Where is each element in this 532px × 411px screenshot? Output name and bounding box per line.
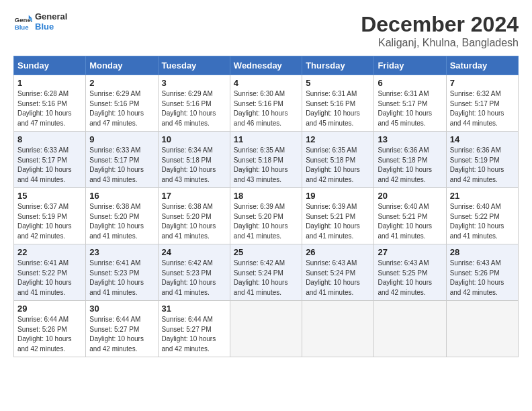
calendar-day-cell: 17Sunrise: 6:38 AM Sunset: 5:20 PM Dayli… bbox=[158, 188, 230, 244]
day-detail: Sunrise: 6:33 AM Sunset: 5:17 PM Dayligh… bbox=[89, 146, 154, 185]
title-block: December 2024 Kaliganj, Khulna, Banglade… bbox=[361, 12, 519, 49]
day-number: 3 bbox=[162, 78, 226, 88]
day-number: 12 bbox=[306, 134, 370, 144]
calendar-day-cell: 11Sunrise: 6:35 AM Sunset: 5:18 PM Dayli… bbox=[230, 132, 302, 188]
day-number: 26 bbox=[306, 247, 370, 257]
calendar-day-cell: 24Sunrise: 6:42 AM Sunset: 5:23 PM Dayli… bbox=[158, 244, 230, 301]
day-detail: Sunrise: 6:42 AM Sunset: 5:24 PM Dayligh… bbox=[234, 259, 298, 298]
day-detail: Sunrise: 6:33 AM Sunset: 5:17 PM Dayligh… bbox=[17, 146, 82, 185]
main-title: December 2024 bbox=[361, 12, 519, 37]
day-detail: Sunrise: 6:36 AM Sunset: 5:19 PM Dayligh… bbox=[450, 146, 515, 185]
calendar-header-cell: Thursday bbox=[302, 56, 374, 75]
day-number: 10 bbox=[162, 134, 226, 144]
calendar-header-cell: Wednesday bbox=[230, 56, 302, 75]
svg-text:Blue: Blue bbox=[15, 23, 29, 30]
calendar-day-cell: 15Sunrise: 6:37 AM Sunset: 5:19 PM Dayli… bbox=[14, 188, 86, 244]
day-detail: Sunrise: 6:43 AM Sunset: 5:25 PM Dayligh… bbox=[378, 259, 442, 298]
day-detail: Sunrise: 6:41 AM Sunset: 5:23 PM Dayligh… bbox=[89, 259, 154, 298]
logo-line2: Blue bbox=[35, 22, 67, 32]
day-number: 24 bbox=[162, 247, 226, 257]
day-detail: Sunrise: 6:31 AM Sunset: 5:17 PM Dayligh… bbox=[378, 89, 442, 128]
day-detail: Sunrise: 6:43 AM Sunset: 5:24 PM Dayligh… bbox=[306, 259, 370, 298]
calendar-day-cell: 3Sunrise: 6:29 AM Sunset: 5:16 PM Daylig… bbox=[158, 75, 230, 132]
day-number: 20 bbox=[378, 191, 442, 201]
day-number: 2 bbox=[89, 78, 154, 88]
logo: General Blue General Blue bbox=[13, 12, 67, 32]
day-number: 14 bbox=[450, 134, 515, 144]
calendar-day-cell: 10Sunrise: 6:34 AM Sunset: 5:18 PM Dayli… bbox=[158, 132, 230, 188]
day-detail: Sunrise: 6:28 AM Sunset: 5:16 PM Dayligh… bbox=[17, 89, 82, 128]
calendar-day-cell: 25Sunrise: 6:42 AM Sunset: 5:24 PM Dayli… bbox=[230, 244, 302, 301]
calendar-day-cell: 30Sunrise: 6:44 AM Sunset: 5:27 PM Dayli… bbox=[86, 301, 158, 357]
day-number: 30 bbox=[89, 304, 154, 314]
day-number: 21 bbox=[450, 191, 515, 201]
calendar-day-cell: 14Sunrise: 6:36 AM Sunset: 5:19 PM Dayli… bbox=[446, 132, 518, 188]
calendar-day-cell: 20Sunrise: 6:40 AM Sunset: 5:21 PM Dayli… bbox=[374, 188, 446, 244]
calendar-day-cell: 12Sunrise: 6:35 AM Sunset: 5:18 PM Dayli… bbox=[302, 132, 374, 188]
day-number: 13 bbox=[378, 134, 442, 144]
day-number: 31 bbox=[162, 304, 226, 314]
calendar-day-cell: 31Sunrise: 6:44 AM Sunset: 5:27 PM Dayli… bbox=[158, 301, 230, 357]
calendar-day-cell bbox=[302, 301, 374, 357]
logo-line1: General bbox=[35, 12, 67, 22]
day-detail: Sunrise: 6:44 AM Sunset: 5:26 PM Dayligh… bbox=[17, 315, 82, 354]
day-detail: Sunrise: 6:29 AM Sunset: 5:16 PM Dayligh… bbox=[162, 89, 226, 128]
day-number: 18 bbox=[234, 191, 298, 201]
day-detail: Sunrise: 6:35 AM Sunset: 5:18 PM Dayligh… bbox=[306, 146, 370, 185]
day-detail: Sunrise: 6:42 AM Sunset: 5:23 PM Dayligh… bbox=[162, 259, 226, 298]
day-detail: Sunrise: 6:41 AM Sunset: 5:22 PM Dayligh… bbox=[17, 259, 82, 298]
day-detail: Sunrise: 6:44 AM Sunset: 5:27 PM Dayligh… bbox=[89, 315, 154, 354]
calendar-day-cell: 26Sunrise: 6:43 AM Sunset: 5:24 PM Dayli… bbox=[302, 244, 374, 301]
day-number: 7 bbox=[450, 78, 515, 88]
day-number: 27 bbox=[378, 247, 442, 257]
day-detail: Sunrise: 6:35 AM Sunset: 5:18 PM Dayligh… bbox=[234, 146, 298, 185]
day-detail: Sunrise: 6:37 AM Sunset: 5:19 PM Dayligh… bbox=[17, 202, 82, 241]
day-detail: Sunrise: 6:39 AM Sunset: 5:21 PM Dayligh… bbox=[306, 202, 370, 241]
calendar-day-cell: 1Sunrise: 6:28 AM Sunset: 5:16 PM Daylig… bbox=[14, 75, 86, 132]
day-detail: Sunrise: 6:32 AM Sunset: 5:17 PM Dayligh… bbox=[450, 89, 515, 128]
day-number: 28 bbox=[450, 247, 515, 257]
day-number: 8 bbox=[17, 134, 82, 144]
calendar-header-cell: Saturday bbox=[446, 56, 518, 75]
calendar-table: SundayMondayTuesdayWednesdayThursdayFrid… bbox=[13, 56, 519, 357]
calendar-day-cell: 21Sunrise: 6:40 AM Sunset: 5:22 PM Dayli… bbox=[446, 188, 518, 244]
calendar-day-cell: 7Sunrise: 6:32 AM Sunset: 5:17 PM Daylig… bbox=[446, 75, 518, 132]
calendar-day-cell bbox=[230, 301, 302, 357]
calendar-header-row: SundayMondayTuesdayWednesdayThursdayFrid… bbox=[14, 56, 519, 75]
day-detail: Sunrise: 6:30 AM Sunset: 5:16 PM Dayligh… bbox=[234, 89, 298, 128]
calendar-header-cell: Monday bbox=[86, 56, 158, 75]
calendar-day-cell: 27Sunrise: 6:43 AM Sunset: 5:25 PM Dayli… bbox=[374, 244, 446, 301]
day-detail: Sunrise: 6:44 AM Sunset: 5:27 PM Dayligh… bbox=[162, 315, 226, 354]
day-detail: Sunrise: 6:29 AM Sunset: 5:16 PM Dayligh… bbox=[89, 89, 154, 128]
day-detail: Sunrise: 6:38 AM Sunset: 5:20 PM Dayligh… bbox=[162, 202, 226, 241]
day-number: 17 bbox=[162, 191, 226, 201]
calendar-day-cell: 22Sunrise: 6:41 AM Sunset: 5:22 PM Dayli… bbox=[14, 244, 86, 301]
day-number: 9 bbox=[89, 134, 154, 144]
day-number: 22 bbox=[17, 247, 82, 257]
calendar-day-cell: 4Sunrise: 6:30 AM Sunset: 5:16 PM Daylig… bbox=[230, 75, 302, 132]
day-number: 29 bbox=[17, 304, 82, 314]
calendar-day-cell: 2Sunrise: 6:29 AM Sunset: 5:16 PM Daylig… bbox=[86, 75, 158, 132]
subtitle: Kaliganj, Khulna, Bangladesh bbox=[361, 37, 519, 49]
day-number: 5 bbox=[306, 78, 370, 88]
day-detail: Sunrise: 6:40 AM Sunset: 5:22 PM Dayligh… bbox=[450, 202, 515, 241]
calendar-day-cell: 8Sunrise: 6:33 AM Sunset: 5:17 PM Daylig… bbox=[14, 132, 86, 188]
day-number: 25 bbox=[234, 247, 298, 257]
calendar-week-row: 8Sunrise: 6:33 AM Sunset: 5:17 PM Daylig… bbox=[14, 132, 519, 188]
day-number: 4 bbox=[234, 78, 298, 88]
calendar-day-cell bbox=[446, 301, 518, 357]
day-detail: Sunrise: 6:40 AM Sunset: 5:21 PM Dayligh… bbox=[378, 202, 442, 241]
calendar-day-cell: 18Sunrise: 6:39 AM Sunset: 5:20 PM Dayli… bbox=[230, 188, 302, 244]
day-number: 1 bbox=[17, 78, 82, 88]
calendar-header-cell: Friday bbox=[374, 56, 446, 75]
calendar-day-cell: 19Sunrise: 6:39 AM Sunset: 5:21 PM Dayli… bbox=[302, 188, 374, 244]
day-detail: Sunrise: 6:38 AM Sunset: 5:20 PM Dayligh… bbox=[89, 202, 154, 241]
calendar-week-row: 22Sunrise: 6:41 AM Sunset: 5:22 PM Dayli… bbox=[14, 244, 519, 301]
day-detail: Sunrise: 6:31 AM Sunset: 5:16 PM Dayligh… bbox=[306, 89, 370, 128]
calendar-day-cell: 9Sunrise: 6:33 AM Sunset: 5:17 PM Daylig… bbox=[86, 132, 158, 188]
calendar-day-cell: 23Sunrise: 6:41 AM Sunset: 5:23 PM Dayli… bbox=[86, 244, 158, 301]
day-number: 11 bbox=[234, 134, 298, 144]
day-number: 23 bbox=[89, 247, 154, 257]
day-number: 15 bbox=[17, 191, 82, 201]
calendar-body: 1Sunrise: 6:28 AM Sunset: 5:16 PM Daylig… bbox=[14, 75, 519, 357]
